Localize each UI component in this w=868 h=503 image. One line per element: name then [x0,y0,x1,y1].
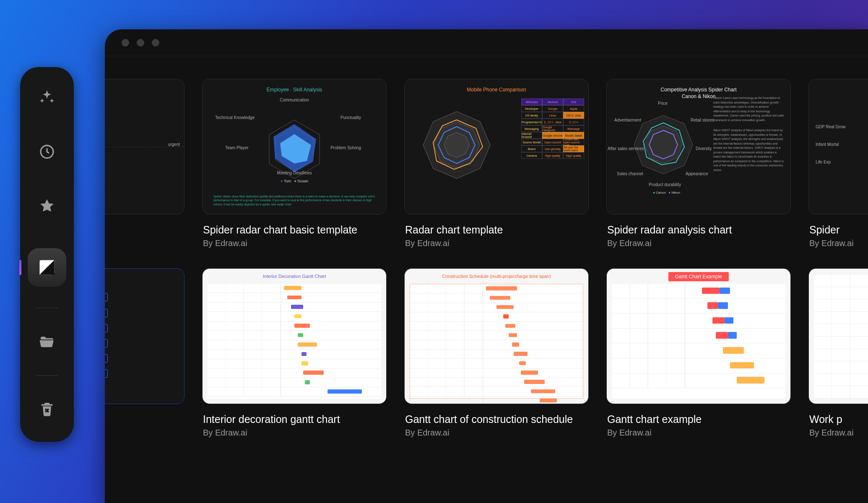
template-title: Radar chart template [405,224,589,236]
gantt-preview [208,284,381,399]
template-author: By Edraw.ai [203,239,387,248]
folder-open-icon [39,333,55,350]
template-title: Spider radar chart basic template [203,224,387,236]
template-title: Spider [809,224,868,236]
sidebar-item-templates[interactable] [28,248,66,287]
template-card[interactable]: Work p By Edraw.ai [808,268,868,438]
template-thumbnail [808,268,868,404]
sidebar-item-trash[interactable] [34,397,60,422]
template-card[interactable]: Department Manager System Manager [105,268,185,438]
sidebar [20,67,74,442]
template-author: By Edraw.ai [203,428,387,438]
template-thumbnail: Employee · Skill Analysis Communication … [202,79,387,215]
gantt-preview [612,284,785,399]
template-gallery: urgent Important and urgent Do it now [105,56,868,503]
radar-chart-icon [415,105,499,185]
template-author: By Edraw.ai [809,428,868,438]
template-title: chart [105,413,185,425]
thumb-title: Construction Schedule (multi-project/lar… [405,274,588,279]
thumb-comparison-table: AttributesAndroidiOS DeveloperGoogleAppl… [521,99,584,202]
thumb-side-text: Canon Canon used technology as the found… [713,96,785,178]
recycle-bin-icon [39,401,55,417]
template-thumbnail: Mobile Phone Comparison AttributesAndroi… [404,79,589,215]
template-card[interactable]: Construction Schedule (multi-project/lar… [404,268,589,438]
template-author: By Edraw.ai [405,428,589,438]
sidebar-divider [36,308,58,308]
thumb-title: Gantt Chart Example [607,274,790,280]
template-title: Interior decoration gantt chart [203,413,387,425]
template-card[interactable]: GDP Real Grow Infant Mortal Life Exp Spi… [808,79,868,248]
template-card[interactable]: Mobile Phone Comparison AttributesAndroi… [404,79,589,248]
sidebar-divider-2 [36,375,58,376]
template-card[interactable]: Gantt Chart Example Gantt chart example … [606,268,791,438]
thumb-title: Employee · Skill Analysis [203,87,386,93]
sidebar-item-files[interactable] [34,329,60,354]
thumb-axis-label: urgent [168,142,180,147]
template-title: Gantt chart example [607,413,791,425]
template-thumbnail: Gantt Chart Example [606,268,791,404]
template-thumbnail: Department Manager System Manager [105,268,185,404]
template-thumbnail: Construction Schedule (multi-project/lar… [404,268,589,404]
template-title: Spider radar analysis chart [607,224,791,236]
template-author: By Edraw.ai [607,428,791,438]
template-thumbnail: Interior Decoration Gantt Chart [202,268,387,404]
sidebar-item-recent[interactable] [34,139,60,164]
star-icon [39,198,55,215]
template-title: Work p [809,413,868,425]
window-control-minimize[interactable] [137,39,144,47]
gallery-row-radar: urgent Important and urgent Do it now [105,79,767,248]
template-author: By Edraw.ai [607,239,791,248]
thumb-title: Interior Decoration Gantt Chart [203,274,386,279]
clock-icon [39,143,55,160]
template-author: By Edraw.ai [105,239,185,248]
gantt-preview [814,275,868,399]
gallery-row-gantt: Department Manager System Manager [105,268,767,438]
window-titlebar [105,29,868,56]
gantt-preview [410,284,583,399]
window-control-zoom[interactable] [152,39,159,47]
sidebar-item-ai[interactable] [34,85,60,110]
window-control-close[interactable] [122,39,129,47]
app-window: urgent Important and urgent Do it now [105,29,868,503]
svg-marker-10 [645,126,682,163]
templates-icon [36,257,58,278]
template-thumbnail: GDP Real Grow Infant Mortal Life Exp [808,79,868,215]
template-title: work tasks [105,224,185,236]
template-thumbnail: urgent Important and urgent Do it now [105,79,185,215]
template-author: By Edraw.ai [405,239,589,248]
template-author: By Edraw.ai [809,239,868,248]
radar-chart-icon [250,111,338,187]
template-thumbnail: Competitive Analysis Spider ChartCanon &… [606,79,791,215]
template-card[interactable]: Competitive Analysis Spider ChartCanon &… [606,79,791,248]
template-author: By Edraw.ai [105,428,185,438]
svg-marker-8 [444,132,469,158]
template-card[interactable]: urgent Important and urgent Do it now [105,79,185,248]
template-card[interactable]: Employee · Skill Analysis Communication … [202,79,387,248]
template-card[interactable]: Interior Decoration Gantt Chart [202,268,387,438]
sparkle-icon [39,89,55,106]
thumb-footer: Spider charts show their distinctive qua… [213,194,375,207]
thumb-title: Mobile Phone Comparison [405,87,588,93]
sidebar-item-favorites[interactable] [34,194,60,219]
template-title: Gantt chart of construction schedule [405,413,589,425]
